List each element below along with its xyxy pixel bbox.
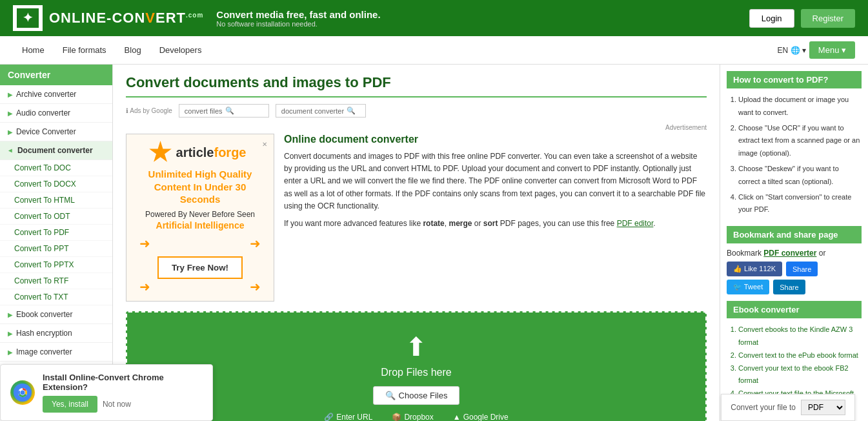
arrow-icon: ▶	[8, 330, 13, 337]
svg-text:✦: ✦	[23, 11, 33, 25]
enter-url-link[interactable]: 🔗 Enter URL	[324, 413, 372, 422]
page-title: Convert documents and images to PDF	[126, 74, 707, 98]
sidebar-subitem-ppt[interactable]: Convert To PPT	[0, 241, 112, 257]
ebook-item-0[interactable]: Convert ebooks to the Kindle AZW 3 forma…	[738, 323, 862, 349]
sidebar-subitem-html[interactable]: Convert To HTML	[0, 192, 112, 209]
link-icon: 🔗	[324, 413, 334, 422]
upload-icon: ⬆	[140, 332, 692, 362]
ebook-item-1[interactable]: Convert text to the ePub ebook format	[738, 349, 862, 362]
nav-home[interactable]: Home	[13, 36, 54, 64]
logo-text: ONLINE-CONVERT.com	[49, 10, 203, 26]
how-to-title: How to convert to PDF?	[727, 71, 862, 88]
nav-bar: Home File formats Blog Developers EN 🌐 ▾…	[0, 36, 868, 65]
header: ✦ ONLINE-CONVERT.com Convert media free,…	[0, 0, 868, 36]
sidebar-item-hash[interactable]: ▶ Hash encryption	[0, 324, 112, 343]
notification-buttons: Yes, install Not now	[43, 396, 203, 413]
arrow-icon: ▶	[8, 349, 13, 356]
nav-right: EN 🌐 ▾ Menu ▾	[778, 41, 855, 59]
notification-text: Install Online-Convert Chrome Extension?	[43, 373, 203, 392]
twitter-tweet-button[interactable]: 🐦 Tweet	[727, 280, 769, 294]
article-text-1: Convert documents and images to PDF with…	[284, 150, 707, 212]
logo-icon: ✦	[13, 5, 43, 31]
article-title: Online document converter	[284, 134, 707, 145]
notification-content: Install Online-Convert Chrome Extension?…	[43, 373, 203, 413]
ad-tagline: Unlimited High Quality Content In Under …	[133, 168, 267, 206]
sidebar-subitem-doc[interactable]: Convert To DOC	[0, 160, 112, 176]
convert-footer: Convert your file to PDF DOC DOCX	[721, 394, 855, 421]
step-2: Choose "Use OCR" if you want to extract …	[738, 122, 862, 160]
svg-point-5	[21, 391, 25, 395]
convert-footer-text: Convert your file to	[731, 403, 796, 412]
sidebar-item-device[interactable]: ▶ Device Converter	[0, 123, 112, 141]
article-text-2: If you want more advanced features like …	[284, 218, 707, 230]
upload-links: 🔗 Enter URL 📦 Dropbox ▲ Google Drive	[140, 413, 692, 422]
facebook-share-button[interactable]: Share	[786, 262, 818, 276]
sidebar-header: Converter	[0, 65, 112, 85]
bookmark-text: Bookmark PDF converter or	[727, 249, 862, 258]
arrow-icon: ▶	[8, 110, 13, 117]
ad-try-button[interactable]: Try Free Now!	[157, 256, 243, 279]
sidebar-subitem-txt[interactable]: Convert To TXT	[0, 289, 112, 305]
facebook-like-button[interactable]: 👍 Like 112K	[727, 262, 782, 276]
ebook-item-2[interactable]: Convert your text to the ebook FB2 forma…	[738, 362, 862, 388]
ad-bar: ℹ Ads by Google convert files 🔍 document…	[126, 104, 707, 118]
header-actions: Login Register	[749, 9, 855, 28]
sidebar-item-ebook[interactable]: ▶ Ebook converter	[0, 305, 112, 324]
ads-label: ℹ Ads by Google	[126, 107, 172, 114]
pdf-converter-link[interactable]: PDF converter	[763, 249, 816, 258]
sidebar-subitem-odt[interactable]: Convert To ODT	[0, 209, 112, 225]
step-3: Choose "Deskew" if you want to correct a…	[738, 163, 862, 189]
google-drive-icon: ▲	[453, 413, 461, 422]
advertisement-label: Advertisement	[126, 124, 707, 131]
content-area: ✕ articleforge Unlimited High Quality Co…	[126, 134, 707, 302]
ad-arrows-bottom: ➜➜	[133, 279, 267, 294]
header-tagline: Convert media free, fast and online. No …	[216, 9, 380, 28]
ad-arrows: ➜➜	[133, 236, 267, 251]
ad-close-icon[interactable]: ✕	[262, 141, 267, 148]
arrow-icon: ▶	[8, 91, 13, 98]
arrow-icon: ▶	[8, 128, 13, 136]
ad-forge-title: articleforge	[176, 145, 247, 160]
ad-input-2: document converter 🔍	[276, 104, 366, 118]
drop-files-text: Drop Files here	[140, 367, 692, 378]
register-button[interactable]: Register	[801, 9, 855, 28]
steps-list: Upload the document or image you want to…	[727, 94, 862, 216]
dropbox-link[interactable]: 📦 Dropbox	[392, 413, 433, 422]
sidebar-subitem-rtf[interactable]: Convert To RTF	[0, 273, 112, 289]
logo-area: ✦ ONLINE-CONVERT.com	[13, 5, 203, 31]
sidebar-subitem-pdf[interactable]: Convert To PDF	[0, 225, 112, 241]
bookmark-section: Bookmark and share page Bookmark PDF con…	[727, 226, 862, 294]
pdf-editor-link[interactable]: PDF editor	[617, 219, 654, 228]
sidebar-subitem-docx[interactable]: Convert To DOCX	[0, 176, 112, 192]
right-sidebar: How to convert to PDF? Upload the docume…	[720, 65, 868, 421]
ad-input-1: convert files 🔍	[179, 104, 269, 118]
nav-file-formats[interactable]: File formats	[54, 36, 116, 64]
linkedin-share-button[interactable]: Share	[773, 280, 805, 294]
login-button[interactable]: Login	[749, 9, 794, 28]
sidebar-item-document[interactable]: ▼ Document converter	[0, 141, 112, 160]
lang-label: EN 🌐 ▾	[778, 46, 806, 55]
sidebar-item-audio[interactable]: ▶ Audio converter	[0, 104, 112, 123]
nav-developers[interactable]: Developers	[150, 36, 211, 64]
sidebar-item-archive[interactable]: ▶ Archive converter	[0, 85, 112, 104]
yes-install-button[interactable]: Yes, install	[43, 396, 97, 413]
bookmark-title: Bookmark and share page	[727, 226, 862, 243]
ad-logo: articleforge	[133, 141, 262, 164]
not-now-button[interactable]: Not now	[103, 396, 131, 413]
nav-blog[interactable]: Blog	[116, 36, 150, 64]
convert-format-select[interactable]: PDF DOC DOCX	[801, 400, 845, 415]
arrow-down-icon: ▼	[7, 147, 14, 154]
ebook-title: Ebook converter	[727, 301, 862, 318]
step-4: Click on "Start conversion" to create yo…	[738, 191, 862, 217]
sidebar-item-image[interactable]: ▶ Image converter	[0, 343, 112, 362]
upload-area[interactable]: ⬆ Drop Files here 🔍 Choose Files 🔗 Enter…	[126, 311, 707, 422]
google-drive-link[interactable]: ▲ Google Drive	[453, 413, 509, 422]
sidebar-subitem-pptx[interactable]: Convert To PPTX	[0, 257, 112, 273]
notification-popup: Install Online-Convert Chrome Extension?…	[0, 364, 213, 421]
menu-button[interactable]: Menu ▾	[809, 41, 855, 59]
choose-files-button[interactable]: 🔍 Choose Files	[373, 386, 460, 405]
ad-ai: Artificial Intelligence	[133, 220, 267, 231]
chrome-icon	[10, 380, 35, 405]
article-section: Online document converter Convert docume…	[284, 134, 707, 302]
step-1: Upload the document or image you want to…	[738, 94, 862, 119]
